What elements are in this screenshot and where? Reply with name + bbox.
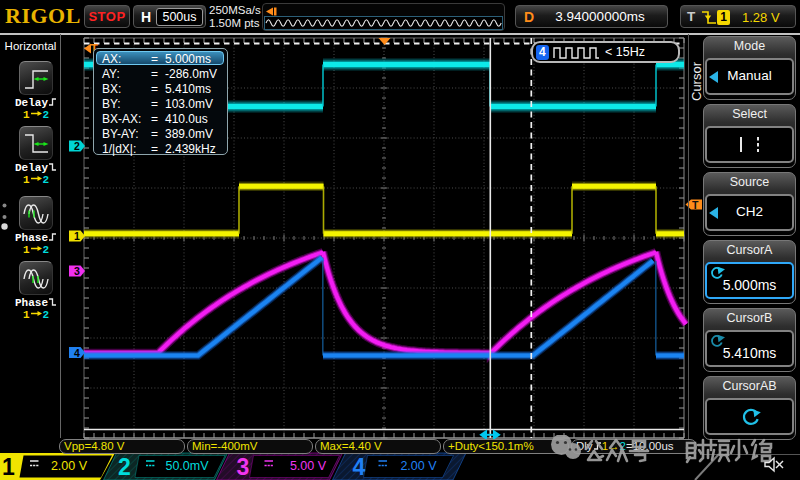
svg-text:2: 2 [74,140,80,152]
svg-text:1: 1 [2,454,15,480]
svg-text:5.00 V: 5.00 V [290,459,327,473]
svg-text:4: 4 [74,347,80,359]
svg-text:50.0mV: 50.0mV [165,459,209,473]
svg-text:4: 4 [353,454,366,480]
svg-text:2: 2 [118,454,131,480]
svg-text:3: 3 [74,265,80,277]
svg-text:T: T [692,199,699,211]
svg-text:3: 3 [237,454,250,480]
svg-text:2.00 V: 2.00 V [400,459,437,473]
svg-text:2.00 V: 2.00 V [51,459,88,473]
svg-text:1: 1 [74,230,80,242]
